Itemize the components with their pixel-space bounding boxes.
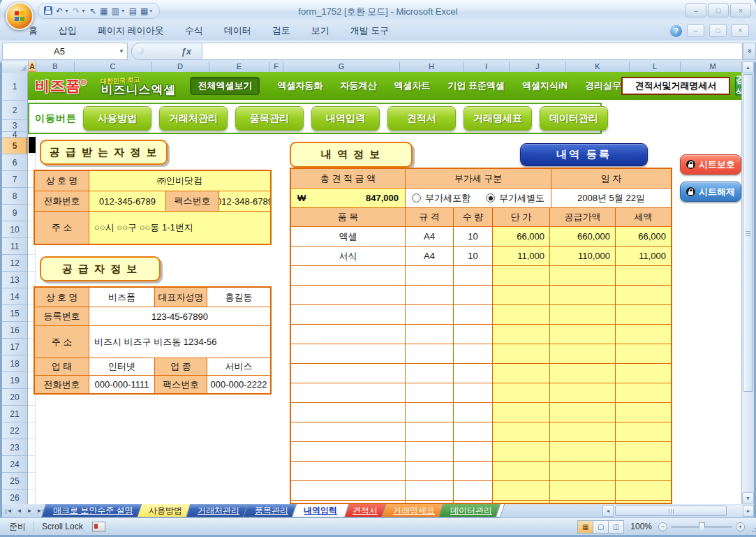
ribbon-tab-1[interactable]: 삽입 bbox=[48, 21, 87, 41]
detail-cell[interactable] bbox=[291, 462, 406, 480]
detail-cell[interactable]: 660,000 bbox=[550, 227, 616, 246]
detail-cell[interactable] bbox=[493, 364, 550, 383]
supplier-bizitem-value[interactable]: 서비스 bbox=[207, 358, 270, 375]
recipient-fax-value[interactable]: 012-348-6789 bbox=[219, 191, 270, 211]
detail-cell[interactable]: 10 bbox=[454, 247, 493, 265]
vat-label[interactable]: 부가세 구분 bbox=[406, 169, 551, 188]
banner-nav-item-5[interactable]: 엑셀지식iN bbox=[522, 80, 568, 92]
resize-grip[interactable] bbox=[752, 531, 753, 532]
undo-dropdown-icon[interactable]: ▼ bbox=[64, 8, 69, 13]
sheet-protect-button[interactable]: 시트보호 bbox=[680, 154, 741, 175]
detail-cell[interactable] bbox=[616, 286, 671, 304]
register-detail-button[interactable]: 내역 등록 bbox=[520, 143, 648, 166]
recipient-company-label[interactable]: 상 호 명 bbox=[35, 171, 89, 191]
detail-cell[interactable] bbox=[616, 364, 671, 383]
row-header-5[interactable]: 5 bbox=[2, 138, 28, 154]
supplier-phone-label[interactable]: 전화번호 bbox=[35, 376, 89, 393]
row-header-24[interactable]: 24 bbox=[2, 456, 28, 473]
detail-cell[interactable] bbox=[550, 481, 616, 500]
column-header-G[interactable]: G bbox=[283, 61, 400, 73]
column-header-D[interactable]: D bbox=[151, 61, 209, 73]
zoom-track[interactable] bbox=[671, 526, 732, 528]
row-header-17[interactable]: 17 bbox=[2, 339, 28, 355]
sheet-tab-1[interactable]: 사용방법 bbox=[137, 504, 194, 517]
horizontal-scroll-track[interactable] bbox=[614, 505, 743, 517]
detail-cell[interactable] bbox=[454, 383, 493, 402]
detail-cell[interactable] bbox=[454, 462, 493, 480]
row-header-9[interactable]: 9 bbox=[2, 205, 28, 221]
detail-cell[interactable] bbox=[291, 383, 406, 402]
supplier-biztype-label[interactable]: 업 태 bbox=[35, 358, 89, 375]
office-button[interactable] bbox=[6, 2, 34, 30]
redo-icon[interactable]: ↷ bbox=[73, 7, 80, 15]
detail-cell[interactable] bbox=[406, 383, 454, 402]
insert-function-icon[interactable]: ƒx bbox=[144, 46, 202, 57]
column-header-A[interactable]: A bbox=[29, 61, 36, 73]
move-button-5[interactable]: 거래명세표 bbox=[464, 106, 532, 131]
detail-cell[interactable] bbox=[454, 403, 493, 422]
search-input[interactable] bbox=[621, 77, 730, 95]
banner-nav-item-3[interactable]: 엑셀차트 bbox=[394, 80, 430, 92]
detail-cell[interactable] bbox=[406, 422, 454, 441]
supplier-reg-label[interactable]: 등록번호 bbox=[35, 307, 89, 325]
detail-col-header-3[interactable]: 단 가 bbox=[493, 208, 550, 226]
sheet-unprotect-button[interactable]: 시트해제 bbox=[680, 182, 741, 202]
row-header-10[interactable]: 10 bbox=[2, 221, 28, 238]
row-header-21[interactable]: 21 bbox=[2, 406, 28, 422]
cell-A24[interactable] bbox=[28, 456, 36, 473]
row-header-2[interactable]: 2 bbox=[2, 101, 28, 120]
detail-cell[interactable] bbox=[291, 422, 406, 441]
row-header-11[interactable]: 11 bbox=[2, 238, 28, 255]
detail-cell[interactable] bbox=[493, 325, 550, 344]
workbook-restore-button[interactable]: □ bbox=[709, 24, 727, 37]
detail-cell[interactable] bbox=[406, 403, 454, 422]
recipient-phone-label[interactable]: 전화번호 bbox=[35, 191, 89, 211]
normal-view-icon[interactable]: ▦ bbox=[578, 521, 593, 533]
radio-vat-separate[interactable] bbox=[486, 193, 495, 203]
workbook-close-button[interactable]: × bbox=[732, 24, 749, 37]
supplier-biztype-value[interactable]: 인터넷 bbox=[89, 358, 155, 375]
detail-cell[interactable]: 엑셀 bbox=[291, 227, 406, 246]
detail-cell[interactable]: 110,000 bbox=[550, 247, 616, 265]
supplier-company-label[interactable]: 상 호 명 bbox=[35, 288, 89, 307]
detail-cell[interactable] bbox=[493, 403, 550, 422]
supplier-fax-value[interactable]: 000-000-2222 bbox=[207, 376, 270, 393]
row-header-25[interactable]: 25 bbox=[2, 473, 28, 490]
zoom-in-icon[interactable]: + bbox=[736, 522, 745, 531]
maximize-button[interactable]: □ bbox=[708, 3, 729, 17]
bizforms-logo[interactable]: 비즈폼® bbox=[35, 76, 87, 96]
supplier-fax-label[interactable]: 팩스번호 bbox=[155, 376, 207, 393]
detail-cell[interactable] bbox=[291, 403, 406, 422]
detail-cell[interactable] bbox=[493, 266, 550, 285]
detail-col-header-0[interactable]: 품 목 bbox=[291, 208, 406, 226]
banner-nav-item-1[interactable]: 엑셀자동화 bbox=[277, 80, 323, 92]
recipient-address-label[interactable]: 주 소 bbox=[35, 212, 89, 244]
sheet-tab-3[interactable]: 품목관리 bbox=[243, 504, 300, 517]
workbook-minimize-button[interactable]: – bbox=[687, 24, 704, 37]
detail-cell[interactable] bbox=[616, 266, 671, 285]
undo-icon[interactable]: ↶ bbox=[56, 7, 63, 15]
detail-cell[interactable] bbox=[454, 305, 493, 324]
ribbon-tab-3[interactable]: 수식 bbox=[175, 21, 214, 41]
detail-cell[interactable]: A4 bbox=[406, 227, 454, 246]
detail-cell[interactable] bbox=[550, 462, 616, 480]
row-header-13[interactable]: 13 bbox=[2, 272, 28, 288]
supplier-address-value[interactable]: 비즈시 비즈구 비즈동 1234-56 bbox=[89, 326, 270, 358]
help-icon[interactable]: ? bbox=[670, 25, 682, 37]
scroll-right-icon[interactable]: ► bbox=[743, 505, 754, 517]
detail-cell[interactable] bbox=[406, 286, 454, 304]
move-button-1[interactable]: 거래처관리 bbox=[159, 106, 228, 131]
detail-cell[interactable] bbox=[291, 364, 406, 383]
detail-cell[interactable] bbox=[406, 364, 454, 383]
ribbon-tab-2[interactable]: 페이지 레이아웃 bbox=[87, 21, 175, 41]
move-button-4[interactable]: 견적서 bbox=[387, 106, 456, 131]
detail-cell[interactable] bbox=[291, 481, 406, 500]
detail-cell[interactable] bbox=[616, 481, 671, 500]
row-header-1[interactable]: 1 bbox=[2, 73, 28, 101]
detail-cell[interactable] bbox=[291, 305, 406, 324]
detail-cell[interactable] bbox=[550, 442, 616, 461]
detail-col-header-1[interactable]: 규 격 bbox=[406, 208, 454, 226]
ribbon-tab-5[interactable]: 검토 bbox=[262, 21, 301, 41]
detail-cell[interactable] bbox=[454, 481, 493, 500]
scroll-up-icon[interactable]: ▲ bbox=[742, 61, 754, 73]
